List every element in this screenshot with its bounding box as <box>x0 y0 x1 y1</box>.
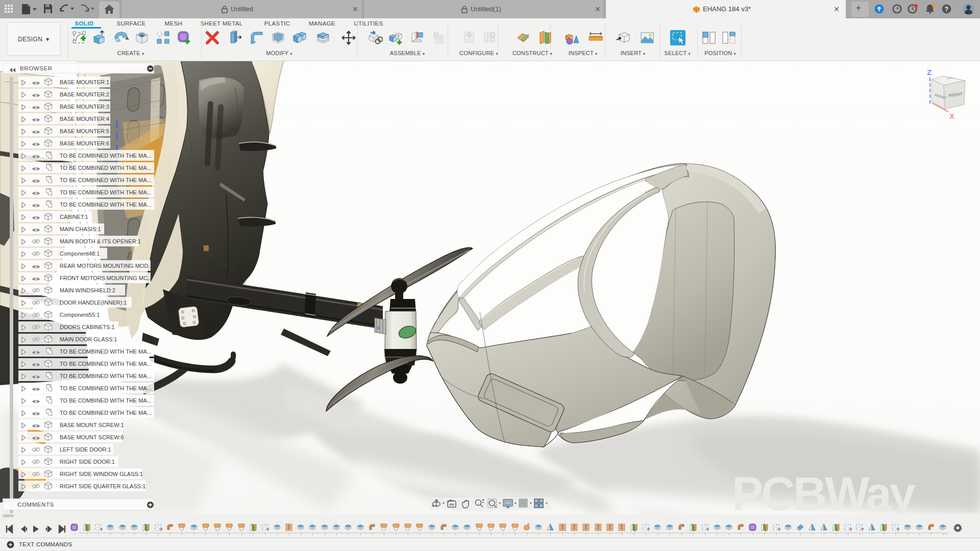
svg-text:X: X <box>949 112 954 120</box>
svg-text:?: ? <box>945 6 948 13</box>
svg-text:Z: Z <box>927 68 932 77</box>
svg-text:PCBWay: PCBWay <box>732 468 916 514</box>
